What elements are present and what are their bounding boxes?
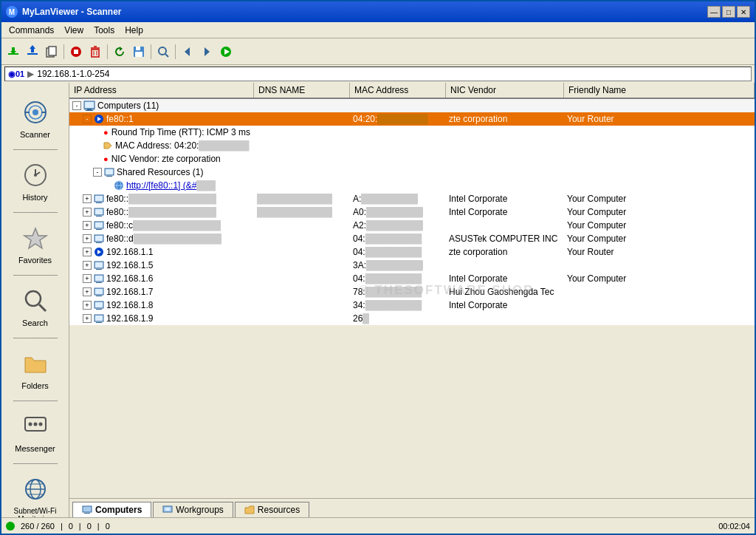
- expand-ip-1-1[interactable]: +: [83, 248, 92, 256]
- expand-fe80-2[interactable]: +: [83, 194, 92, 203]
- close-button[interactable]: ✕: [737, 6, 750, 18]
- table-row[interactable]: + 192.168.1.1 04:█████████ zte corporati…: [69, 245, 755, 259]
- tab-workgroups[interactable]: Workgroups: [153, 502, 233, 517]
- cell-dns: [254, 312, 350, 325]
- status-sep3: |: [97, 522, 100, 531]
- forward-button[interactable]: [198, 43, 216, 61]
- folders-icon: [21, 349, 50, 378]
- go-button[interactable]: [217, 43, 235, 61]
- svg-point-19: [159, 47, 166, 55]
- table-row[interactable]: + 192.168.1.7 78:█████████ Hui Zhou Gaos…: [69, 285, 755, 299]
- menu-help[interactable]: Help: [120, 24, 148, 37]
- refresh-button[interactable]: [111, 43, 128, 61]
- maximize-button[interactable]: □: [722, 6, 735, 18]
- expand-fe80-3[interactable]: +: [83, 208, 92, 217]
- cell-ip: + 192.168.1.8: [69, 299, 254, 312]
- expand-ip-1-7[interactable]: +: [83, 287, 92, 296]
- cell-nic: ASUSTek COMPUTER INC: [446, 232, 564, 245]
- sidebar-item-subnet[interactable]: Subnet/Wi-FiMonitoring: [4, 467, 67, 517]
- cell-ip: + fe80::d██████████████: [69, 232, 254, 245]
- import-button[interactable]: [4, 43, 22, 61]
- sidebar-item-messenger[interactable]: Messenger: [4, 404, 67, 460]
- copy-button[interactable]: [43, 43, 61, 61]
- tree-row[interactable]: http://[fe80::1] (&#███: [69, 179, 755, 192]
- status-sep1: |: [61, 522, 63, 531]
- svg-line-36: [39, 304, 46, 311]
- expand-ip-1-6[interactable]: +: [83, 274, 92, 283]
- cell-nic: zte corporation: [446, 245, 564, 259]
- expand-computers[interactable]: -: [72, 101, 81, 110]
- address-arrow: ▶: [27, 69, 34, 79]
- svg-rect-10: [92, 50, 99, 57]
- cell-dns: [254, 285, 350, 299]
- svg-rect-47: [85, 102, 94, 108]
- col-header-mac[interactable]: MAC Address: [350, 83, 446, 98]
- minimize-button[interactable]: —: [707, 6, 721, 18]
- expand-fe80-5[interactable]: +: [83, 234, 92, 243]
- toolbar-separator-3: [151, 44, 151, 59]
- cell-mac: 26█: [350, 312, 446, 325]
- delete-button[interactable]: [86, 43, 104, 61]
- expand-ip-1-8[interactable]: +: [83, 301, 92, 310]
- menu-tools[interactable]: Tools: [89, 24, 119, 37]
- svg-rect-55: [106, 169, 113, 174]
- col-header-dns[interactable]: DNS NAME: [254, 83, 350, 98]
- tree-row[interactable]: MAC Address: 04:20:████████: [69, 139, 755, 152]
- cell-ip: + 192.168.1.9: [69, 312, 254, 325]
- address-value: 192.168.1-1.0-254: [37, 69, 109, 79]
- window-controls: — □ ✕: [707, 6, 750, 18]
- scanner-label: Scanner: [20, 130, 50, 139]
- cell-ip: + 192.168.1.1: [69, 245, 254, 259]
- svg-point-39: [33, 423, 37, 426]
- menu-view[interactable]: View: [60, 24, 88, 37]
- menu-commands[interactable]: Commands: [4, 24, 58, 37]
- back-button[interactable]: [179, 43, 196, 61]
- table-row[interactable]: + 192.168.1.9 26█: [69, 312, 755, 325]
- sidebar-item-scanner[interactable]: Scanner: [4, 90, 67, 146]
- messenger-icon: [21, 412, 50, 441]
- svg-rect-61: [95, 196, 103, 201]
- sidebar-item-history[interactable]: History: [4, 153, 67, 209]
- status-count3: 0: [106, 522, 110, 531]
- expand-fe80-1[interactable]: -: [83, 115, 92, 123]
- search-zoom-button[interactable]: [154, 43, 172, 61]
- table-row[interactable]: + fe80::██████████████ ████████████ A:██…: [69, 192, 755, 205]
- svg-marker-34: [24, 228, 47, 248]
- expand-ip-1-5[interactable]: +: [83, 261, 92, 270]
- tab-computers[interactable]: Computers: [72, 502, 151, 517]
- tree-row[interactable]: - fe80::1 04:20:████████ zte corporation…: [69, 112, 755, 126]
- export-button[interactable]: [24, 43, 41, 61]
- cell-nic: Hui Zhou Gaoshengda Tec: [446, 285, 564, 299]
- save-button[interactable]: [130, 43, 148, 61]
- right-panel: IP Address DNS NAME MAC Address NIC Vend…: [69, 83, 755, 517]
- expand-shared[interactable]: -: [93, 168, 102, 177]
- sidebar-item-search[interactable]: Search: [4, 279, 67, 335]
- svg-marker-15: [120, 47, 123, 51]
- cell-nic: [446, 219, 564, 232]
- table-row[interactable]: + fe80::c██████████████ A2:█████████ You…: [69, 219, 755, 232]
- sidebar-item-folders[interactable]: Folders: [4, 341, 67, 398]
- tree-row[interactable]: ● Round Trip Time (RTT): ICMP 3 ms: [69, 126, 755, 139]
- tree-row[interactable]: - Shared Resources (1): [69, 166, 755, 179]
- expand-ip-1-9[interactable]: +: [83, 314, 92, 323]
- stop-button[interactable]: [67, 43, 85, 61]
- cell-nic: [446, 312, 564, 325]
- status-sep2: |: [79, 522, 81, 531]
- status-indicator: [6, 522, 15, 531]
- tree-row[interactable]: ● NIC Vendor: zte corporation: [69, 152, 755, 166]
- table-row[interactable]: + 192.168.1.8 34:█████████ Intel Corpora…: [69, 299, 755, 312]
- expand-fe80-4[interactable]: +: [83, 221, 92, 230]
- table-row[interactable]: + 192.168.1.5 3A:█████████: [69, 259, 755, 272]
- cell-friendly: Your Computer: [564, 219, 755, 232]
- table-row[interactable]: + fe80::d██████████████ 04:█████████ ASU…: [69, 232, 755, 245]
- col-header-ip[interactable]: IP Address: [69, 83, 254, 98]
- tree-row[interactable]: - Computers (11): [69, 99, 755, 112]
- column-headers: IP Address DNS NAME MAC Address NIC Vend…: [69, 83, 755, 99]
- sidebar-item-favorites[interactable]: Favorites: [4, 216, 67, 272]
- tab-resources[interactable]: Resources: [235, 502, 309, 517]
- col-header-nic[interactable]: NIC Vendor: [446, 83, 564, 98]
- table-row[interactable]: + fe80::██████████████ ████████████ A0:█…: [69, 205, 755, 219]
- svg-rect-3: [27, 53, 38, 55]
- table-row[interactable]: + 192.168.1.6 04:█████████ Intel Corpora…: [69, 272, 755, 285]
- col-header-friendly[interactable]: Friendly Name: [564, 83, 755, 98]
